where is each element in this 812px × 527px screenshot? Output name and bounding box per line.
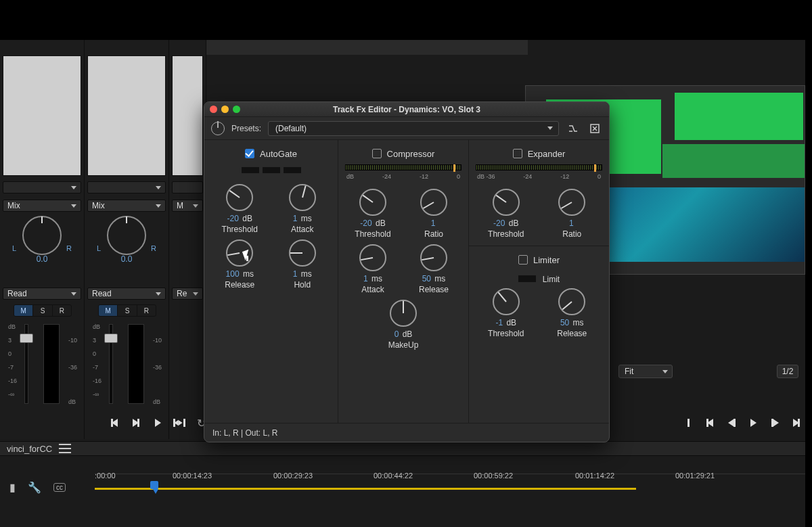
timeline-ruler[interactable]: :00:00 00:00:14:23 00:00:29:23 00:00:44:… (95, 474, 812, 501)
prev-frame-button[interactable] (725, 417, 738, 429)
fx-slot-area[interactable] (87, 55, 166, 176)
exp-ratio-value[interactable]: 1 (539, 219, 606, 228)
lim-release-value[interactable]: 50 ms (539, 318, 606, 327)
comp-threshold-knob[interactable] (359, 189, 386, 216)
expander-checkbox[interactable] (513, 149, 522, 158)
lim-release-knob[interactable] (558, 288, 585, 315)
fx-body: AutoGate -20 dB Threshold 1 ms Attack 10… (204, 140, 609, 423)
comp-makeup-label: MakeUp (342, 340, 464, 350)
limiter-checkbox[interactable] (518, 255, 528, 265)
exp-threshold-value[interactable]: -20 dB (473, 219, 539, 228)
strip-dropdown[interactable] (87, 181, 166, 193)
mix-dropdown[interactable]: Mix (3, 200, 81, 212)
window-title: Track Fx Editor - Dynamics: VO, Slot 3 (333, 105, 480, 114)
lim-threshold-value[interactable]: -1 dB (473, 318, 539, 327)
mute-button[interactable]: M (99, 305, 118, 316)
hold-knob[interactable] (289, 239, 316, 267)
playhead[interactable] (150, 481, 158, 495)
project-tab[interactable]: vinci_forCC (7, 444, 52, 454)
project-tab-row: vinci_forCC (0, 441, 812, 456)
pan-l-label: L (12, 244, 16, 252)
fit-dropdown[interactable]: Fit (618, 365, 673, 378)
next-frame-button[interactable] (769, 417, 781, 429)
pan-r-label: R (66, 244, 72, 252)
timecode: 00:00:59:22 (474, 472, 513, 480)
hamburger-icon[interactable] (59, 444, 71, 453)
window-titlebar[interactable]: Track Fx Editor - Dynamics: VO, Slot 3 (204, 102, 609, 117)
comp-release-value[interactable]: 50 ms (403, 274, 464, 283)
go-end-button[interactable] (130, 417, 142, 429)
preset-dropdown[interactable]: (Default) (268, 121, 559, 136)
mix-dropdown[interactable]: M (172, 200, 203, 212)
fader-handle[interactable] (20, 334, 33, 343)
strip-dropdown[interactable] (3, 181, 81, 193)
solo-button[interactable]: S (118, 305, 137, 316)
power-button[interactable] (211, 122, 225, 135)
release-knob[interactable] (226, 239, 253, 267)
compressor-checkbox[interactable] (372, 149, 382, 158)
threshold-knob[interactable] (226, 184, 253, 211)
go-start-button[interactable] (108, 417, 120, 429)
fader-meter: dB30-7-16-∞ -10 -36 dB (8, 320, 77, 408)
lim-release-label: Release (539, 329, 606, 338)
compressor-title: Compressor (387, 149, 435, 159)
comp-makeup-knob[interactable] (390, 300, 417, 327)
fader-handle[interactable] (104, 334, 118, 343)
marker-icon[interactable]: ▮ (9, 481, 16, 494)
play-button[interactable] (152, 417, 164, 429)
record-button[interactable]: R (53, 305, 71, 316)
pan-value[interactable]: 0.0 (85, 254, 168, 264)
close-icon[interactable] (210, 106, 217, 113)
comp-makeup-value[interactable]: 0 dB (342, 329, 464, 339)
exp-threshold-knob[interactable] (493, 189, 520, 216)
go-start-button[interactable] (704, 417, 716, 429)
maximize-icon[interactable] (233, 106, 240, 113)
comp-release-knob[interactable] (420, 244, 447, 271)
autogate-checkbox[interactable] (245, 149, 254, 158)
pan-value[interactable]: 0.0 (0, 254, 84, 264)
comp-attack-knob[interactable] (359, 244, 386, 271)
attack-knob[interactable] (289, 184, 316, 211)
timecode: 00:00:44:22 (374, 472, 413, 480)
fx-slot-area[interactable] (172, 55, 203, 176)
pan-knob[interactable] (107, 216, 146, 255)
solo-button[interactable]: S (33, 305, 52, 316)
record-button[interactable]: R (137, 305, 156, 316)
timeline-tools: ▮ 🔧 cc (0, 474, 95, 501)
gate-leds (204, 167, 338, 173)
lim-threshold-knob[interactable] (493, 288, 520, 315)
clip-thumb (662, 144, 805, 178)
attack-value[interactable]: 1 ms (271, 214, 334, 223)
fx-editor-window[interactable]: Track Fx Editor - Dynamics: VO, Slot 3 P… (204, 101, 610, 442)
minimize-icon[interactable] (221, 106, 229, 113)
mix-dropdown[interactable]: Mix (87, 200, 166, 212)
close-panel-icon[interactable] (587, 121, 602, 136)
expander-limiter-column: Expander dB -36-24-120 -20 dB Threshold … (469, 140, 609, 423)
automation-dropdown[interactable]: Re (172, 288, 203, 300)
automation-dropdown[interactable]: Read (3, 288, 81, 300)
comp-threshold-value[interactable]: -20 dB (342, 219, 403, 228)
comp-ratio-value[interactable]: 1 (403, 219, 464, 228)
go-end-button[interactable] (790, 417, 803, 429)
wrench-icon[interactable]: 🔧 (28, 481, 41, 494)
comp-ratio-knob[interactable] (420, 189, 447, 216)
fx-slot-area[interactable] (3, 55, 81, 176)
comp-release-label: Release (403, 285, 464, 294)
comp-threshold-label: Threshold (342, 229, 403, 239)
play-button[interactable] (747, 417, 759, 429)
comp-attack-value[interactable]: 1 ms (342, 274, 403, 283)
routing-icon[interactable] (566, 121, 581, 136)
presets-label: Presets: (231, 124, 261, 133)
release-value[interactable]: 100 ms (208, 269, 271, 279)
automation-dropdown[interactable]: Read (87, 288, 166, 300)
mute-button[interactable]: M (14, 305, 33, 316)
cc-icon[interactable]: cc (53, 483, 66, 492)
zoom-display[interactable]: 1/2 (777, 365, 798, 378)
step-back-button[interactable] (173, 417, 185, 429)
threshold-value[interactable]: -20 dB (208, 214, 271, 223)
hold-value[interactable]: 1 ms (271, 269, 334, 279)
strip-dropdown[interactable] (172, 181, 203, 193)
mark-button[interactable] (682, 417, 694, 429)
pan-knob[interactable] (22, 216, 62, 255)
exp-ratio-knob[interactable] (558, 189, 585, 216)
